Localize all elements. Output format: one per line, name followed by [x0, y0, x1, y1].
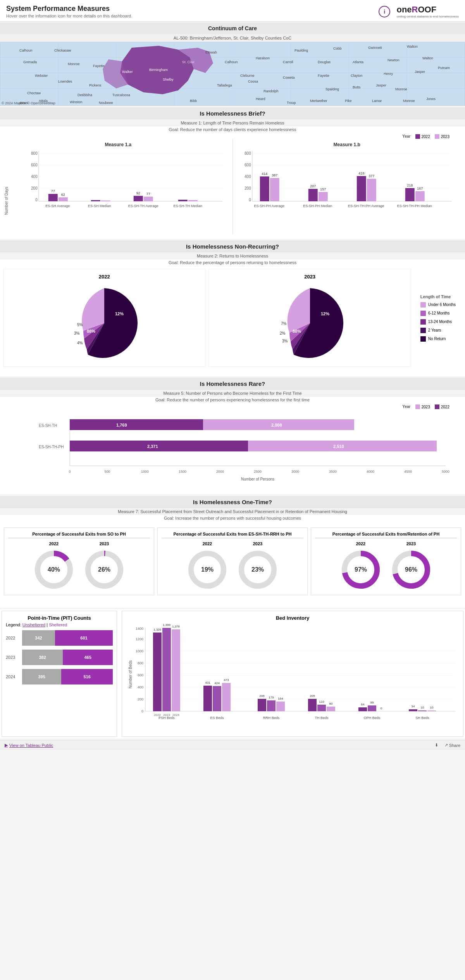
- measure1a-title: Measure 1.a: [8, 142, 229, 147]
- donut-group-2-title: Percentage of Successful Exits from ES-S…: [162, 532, 303, 538]
- measure1-goal: Goal: Reduce the number of days clients …: [0, 126, 465, 133]
- svg-rect-90: [188, 200, 198, 201]
- download-button[interactable]: ⬇: [435, 743, 438, 748]
- svg-rect-202: [203, 686, 212, 711]
- svg-text:Birmingham: Birmingham: [149, 68, 168, 72]
- svg-text:Fayette: Fayette: [318, 74, 329, 78]
- svg-text:Etowah: Etowah: [205, 50, 217, 54]
- svg-text:400: 400: [245, 175, 251, 179]
- measure2-charts: 2022: [0, 266, 465, 370]
- svg-text:0: 0: [141, 709, 143, 713]
- svg-text:Jasper: Jasper: [376, 83, 386, 87]
- tableau-link[interactable]: ▶ View on Tableau Public: [5, 743, 53, 748]
- svg-text:Cleburne: Cleburne: [240, 74, 255, 78]
- svg-text:19%: 19%: [201, 566, 214, 573]
- measure2-goal: Goal: Reduce the percentage of persons r…: [0, 259, 465, 266]
- svg-text:Walker: Walker: [122, 70, 133, 74]
- svg-text:Number of Persons: Number of Persons: [241, 477, 274, 481]
- pit-row-2023: 2023 382 465: [6, 650, 113, 665]
- measure7-label: Measure 7: Successful Placement from Str…: [0, 508, 465, 515]
- svg-text:Chickasaw: Chickasaw: [54, 48, 71, 52]
- logo-roof-icon: R: [412, 5, 418, 15]
- svg-text:0: 0: [69, 470, 71, 474]
- coc-title-bar: Continuum of Care: [0, 22, 465, 34]
- svg-text:Lowndes: Lowndes: [58, 80, 72, 83]
- svg-text:ES-SH-TH-PH: ES-SH-TH-PH: [39, 445, 64, 449]
- svg-text:400: 400: [138, 685, 143, 689]
- svg-rect-232: [418, 710, 427, 711]
- svg-text:3000: 3000: [291, 470, 299, 474]
- svg-text:205: 205: [310, 694, 315, 698]
- svg-text:218: 218: [407, 183, 413, 187]
- measure2-title-bar: Is Homelessness Non-Recurring?: [0, 240, 465, 252]
- measure1-label: Measure 1: Length of Time Persons Remain…: [0, 119, 465, 126]
- pie2023-title: 2023: [304, 274, 315, 280]
- logo-subtitle: uniting central alabama to end homelessn…: [396, 15, 459, 18]
- measure1a-yaxis-title: Number of Days: [4, 161, 9, 215]
- footer-right: ⬇ ↗ Share: [435, 743, 460, 748]
- svg-text:2%: 2%: [280, 331, 286, 335]
- measure2-section: Is Homelessness Non-Recurring? Measure 2…: [0, 240, 465, 376]
- svg-text:Choctaw: Choctaw: [27, 91, 41, 95]
- svg-text:Monroe: Monroe: [68, 62, 80, 66]
- svg-text:Jones: Jones: [426, 97, 436, 101]
- donut-group-3: Percentage of Successful Exits from/Rete…: [311, 527, 461, 595]
- svg-rect-108: [270, 178, 279, 201]
- svg-text:Talladega: Talladega: [217, 83, 232, 87]
- svg-text:Spalding: Spalding: [326, 87, 339, 91]
- svg-text:0: 0: [381, 707, 382, 710]
- info-button[interactable]: i: [379, 6, 390, 17]
- svg-text:Haralson: Haralson: [256, 56, 270, 60]
- svg-text:80: 80: [329, 702, 333, 705]
- svg-text:Winston: Winston: [70, 100, 83, 104]
- svg-text:62: 62: [61, 193, 65, 197]
- measure7-title-bar: Is Homelessness One-Time?: [0, 496, 465, 508]
- legend-2023: 2023: [435, 134, 450, 139]
- svg-text:1400: 1400: [136, 627, 143, 631]
- svg-text:431: 431: [205, 681, 210, 684]
- svg-text:Calhoun: Calhoun: [225, 60, 238, 64]
- svg-text:3%: 3%: [74, 331, 80, 335]
- pit-chart: 2022 342 601 2023 382 465 2024: [6, 630, 113, 684]
- svg-text:Clayton: Clayton: [351, 74, 363, 78]
- measure1a: Measure 1.a Number of Days 800 600 400 2…: [8, 139, 233, 234]
- measure7-goal: Goal: Increase the number of persons wit…: [0, 515, 465, 521]
- svg-text:2,008: 2,008: [271, 423, 282, 427]
- svg-text:5000: 5000: [442, 470, 450, 474]
- coc-map-label: AL-500: Birmingham/Jefferson, St. Clair,…: [0, 34, 465, 42]
- svg-text:ES-SH-TH-PH Median: ES-SH-TH-PH Median: [397, 204, 432, 208]
- measure5-goal: Goal: Reduce the number of persons exper…: [0, 397, 465, 403]
- svg-rect-116: [367, 179, 376, 201]
- svg-text:ES-SH-PH Median: ES-SH-PH Median: [303, 204, 332, 208]
- share-button[interactable]: ↗ Share: [444, 743, 460, 748]
- svg-text:418: 418: [358, 171, 364, 175]
- measure2-2023: 2023 88% 12% 7% 2% 3%: [208, 269, 411, 367]
- svg-text:600: 600: [31, 163, 38, 167]
- legend-2022: 2022: [415, 134, 430, 139]
- pit-row-2024: 2024 395 516: [6, 669, 113, 684]
- bed-inventory-section: Bed Inventory 0 200 400 600 800 1000 120…: [122, 611, 463, 737]
- pit-legend-unsheltered[interactable]: Unsheltered: [22, 622, 45, 627]
- svg-text:387: 387: [272, 173, 277, 177]
- svg-text:1200: 1200: [136, 637, 143, 641]
- pit-row-2022: 2022 342 601: [6, 630, 113, 646]
- donut-group-1: Percentage of Successful Exits from SO t…: [4, 527, 154, 595]
- svg-text:SH Beds: SH Beds: [415, 716, 429, 720]
- svg-text:Heard: Heard: [256, 97, 265, 101]
- svg-text:OPH Beds: OPH Beds: [364, 716, 381, 720]
- svg-text:ES-SH-TH Average: ES-SH-TH Average: [128, 204, 158, 208]
- coc-section: Continuum of Care AL-500: Birmingham/Jef…: [0, 22, 465, 106]
- svg-text:167: 167: [417, 187, 423, 190]
- svg-text:Jasper: Jasper: [415, 70, 425, 74]
- header-subtitle: Hover over the information icon for more…: [6, 14, 132, 18]
- share-icon: ↗: [444, 743, 448, 748]
- pit-legend: Legend: Unsheltered | Sheltered: [6, 622, 113, 627]
- svg-rect-106: [260, 176, 269, 201]
- svg-text:Number of Beds: Number of Beds: [128, 660, 133, 688]
- svg-rect-234: [427, 710, 436, 711]
- svg-text:TH Beds: TH Beds: [315, 716, 329, 720]
- svg-text:200: 200: [138, 697, 143, 701]
- svg-text:88%: 88%: [87, 329, 95, 334]
- svg-text:179: 179: [269, 696, 274, 699]
- svg-text:2000: 2000: [216, 470, 224, 474]
